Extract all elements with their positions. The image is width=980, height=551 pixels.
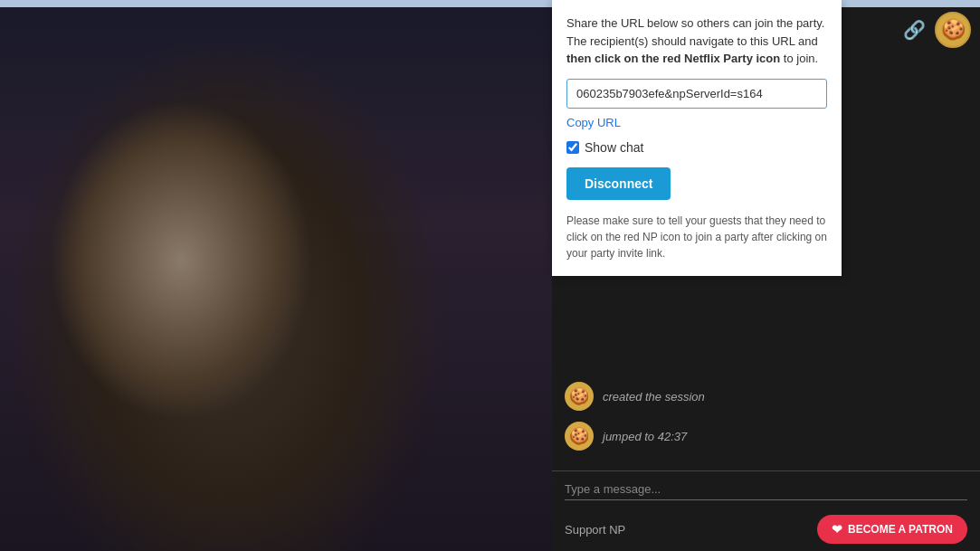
video-background [0,7,552,551]
copy-url-link[interactable]: Copy URL [566,116,827,129]
chat-input-area [552,470,980,508]
video-area [0,7,552,551]
chat-event-text-2: jumped to 42:37 [603,430,687,443]
chat-avatar-2: 🍪 [565,422,594,451]
video-frame [0,7,552,551]
chat-input[interactable] [565,479,967,500]
show-chat-checkbox[interactable] [566,141,579,154]
chat-event-text-1: created the session [603,390,705,404]
show-chat-label[interactable]: Show chat [585,140,643,155]
link-icon[interactable]: 🔗 [903,19,926,41]
patron-heart-icon: ❤ [832,522,842,537]
support-bar: Support NP ❤ BECOME A PATRON [552,508,980,551]
disconnect-button[interactable]: Disconnect [566,167,671,200]
chat-event-1: 🍪 created the session [565,382,967,411]
chat-event-2: 🍪 jumped to 42:37 [565,422,967,451]
popup-description: Share the URL below so others can join t… [566,14,827,68]
popup-bold-text: then click on the red Netflix Party icon [566,52,780,65]
support-label: Support NP [565,523,625,537]
user-avatar[interactable]: 🍪 [935,12,971,48]
popup-note: Please make sure to tell your guests tha… [566,213,827,261]
share-popup: Share the URL below so others can join t… [552,0,842,276]
url-input[interactable] [566,79,827,109]
become-patron-button[interactable]: ❤ BECOME A PATRON [817,515,967,544]
patron-label: BECOME A PATRON [848,523,953,536]
chat-avatar-1: 🍪 [565,382,594,411]
show-chat-row: Show chat [566,140,827,155]
